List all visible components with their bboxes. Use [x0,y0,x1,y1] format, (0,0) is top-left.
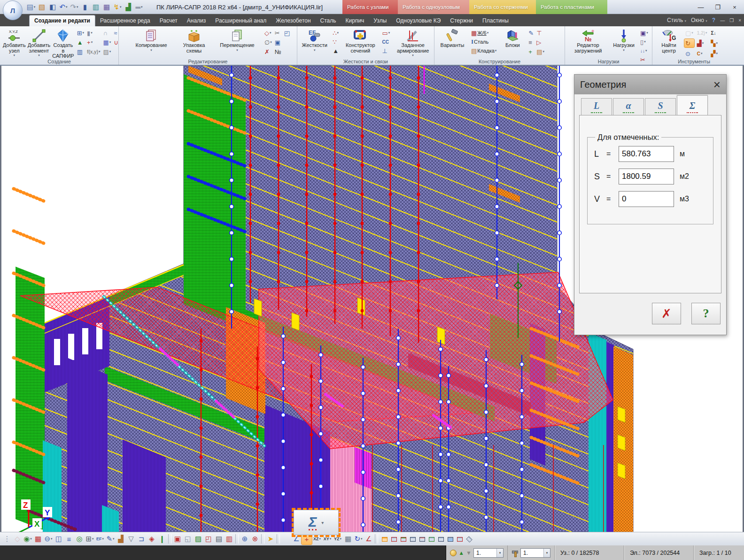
tab-nodes[interactable]: Узлы [369,15,391,26]
tab-reinforced-concrete[interactable]: Железобетон [271,15,315,26]
flashlight-icon[interactable]: ➤ [265,533,276,545]
create-sapfir-button[interactable]: Создать в САПФИР [52,28,74,57]
fragment-grid-icon[interactable]: ▤ [214,533,224,545]
numbering-icon[interactable]: 1.2)▾ [696,29,708,37]
axes-red-icon[interactable]: ∠ [364,533,374,545]
frame-nodes-icon[interactable]: ▦ [33,533,43,545]
frame-rod-icon[interactable]: ⊞▾ [76,29,85,37]
variants-button[interactable]: Варианты [437,28,467,57]
blocks-colors-icon[interactable]: ▞▾ [710,49,719,58]
zoom-frag-icon[interactable]: ◰ [283,29,291,37]
reinforcement-button[interactable]: Заданное армирование▾ [394,28,432,57]
fragment-red-icon[interactable]: ▥ [224,533,234,545]
doc-restore-button[interactable]: ❐ [729,18,734,23]
colors-c-icon[interactable]: C▾ [696,49,708,58]
weight-icon[interactable]: ▯▾ [639,38,649,46]
doc-minimize-button[interactable]: — [720,18,725,23]
ctx-group-nodes[interactable]: Работа с узлами [342,0,398,14]
ctx-group-bars[interactable]: Работа со стержнями [469,0,536,14]
divide-icon[interactable]: ◫ [54,533,64,545]
undo-icon[interactable]: ↶▾ [59,2,68,12]
diagram-3d-icon[interactable]: ▟ [116,533,126,545]
funnel-icon[interactable]: ▽ [126,533,136,545]
tab-brick[interactable]: Кирпич [341,15,369,26]
view-left-button[interactable] [409,534,417,544]
fragment-prev-icon[interactable]: ◰ [203,533,214,545]
sigma-gap[interactable] [281,533,291,545]
add-node-button[interactable]: X,Y,Z Добавить узел▾ [3,28,26,57]
length-input[interactable] [619,146,674,162]
view-iso-button[interactable] [381,534,389,544]
tab-extended-analysis[interactable]: Расширенный анал [210,15,271,26]
stiffness-button[interactable]: EF Жесткости▾ [300,28,329,57]
fragment-cut-icon[interactable]: ▣ [172,533,183,545]
zoom-out-icon[interactable]: ⊗ [250,533,260,545]
ctx-group-single-fe[interactable]: Работа с одноузловым [398,0,469,14]
fragment-restore-icon[interactable]: ▨ [193,533,203,545]
book-icon[interactable]: ▥ [91,2,101,12]
truss-icon[interactable]: ▲ [76,38,85,46]
copy-doc-icon[interactable]: ▦ [102,2,111,12]
tab-calculation[interactable]: Расчет [155,15,182,26]
copy-button[interactable]: Копирование▾ [130,28,172,57]
align-icon[interactable]: ≡ [64,533,74,545]
view-dim-button[interactable] [447,534,455,544]
save-icon[interactable]: ◧ [48,2,57,12]
tab-single-fe[interactable]: Одноузловые КЭ [391,15,445,26]
pile-icon[interactable]: ⊥ [381,46,391,55]
hammer-icon[interactable] [512,550,519,556]
view-front-button[interactable] [400,534,408,544]
renumber-icon[interactable]: № [274,47,282,56]
find-center-button[interactable]: G Найти центр [655,28,682,57]
redo-icon[interactable]: ↷▾ [70,2,79,12]
blocks-button[interactable]: Блоки [500,28,525,57]
cut-icon[interactable]: ✂ [274,29,282,37]
mosaic-icon[interactable]: ▚▾ [710,39,719,47]
up-triangle-icon[interactable]: ▲ [458,550,464,556]
window-menu[interactable]: Окно ▾ [691,17,707,23]
grid-plane-icon[interactable]: ▦ [343,533,353,545]
loads-button[interactable]: Нагрузки▾ [610,28,637,57]
fragment-box-icon[interactable]: ◱ [183,533,193,545]
copy-loads-icon[interactable]: ▣▾ [639,29,649,37]
erase-icon[interactable]: ✗ [264,47,273,56]
fxy-icon[interactable]: f(x,y)▾ [86,47,101,56]
new-file-icon[interactable]: ▤▾ [26,2,36,12]
variant-combo[interactable]: 1.▾ [520,548,550,558]
tab-plates[interactable]: Пластины [478,15,513,26]
rotate-plane-icon[interactable]: ↻ [684,39,694,47]
delete-slash-icon[interactable]: ∅▾ [264,38,273,46]
loadcase-combo[interactable]: 1.▾ [473,548,504,558]
rotate-copy-icon[interactable]: ◇▾ [264,29,273,37]
pen-icon[interactable]: ✎▾ [105,533,116,545]
toolbar-grip[interactable]: ⋮ [2,533,12,545]
money-icon[interactable] [450,550,457,556]
help-button[interactable]: ? [691,303,721,324]
t-section-icon[interactable]: ⊤ [535,29,545,37]
tab-angle[interactable]: α [613,98,644,115]
view-bottom-button[interactable] [437,534,445,544]
p-flag-icon[interactable]: ▷ [535,38,545,46]
mesh-icon[interactable]: ▦▾ [102,38,112,46]
volume-input[interactable] [619,191,674,207]
ctx-group-plates[interactable]: Работа с пластинами [536,0,607,14]
storey-icon[interactable]: ▥ [76,47,85,56]
arrows-plus-icon[interactable]: + [527,47,535,56]
support-icon[interactable]: ▲ [332,46,340,55]
column-icon[interactable]: ▮▾ [86,29,101,37]
grid-icon[interactable]: ⊞▾ [85,533,95,545]
sum-down-icon[interactable]: Σ↓ [710,29,719,37]
open-file-icon[interactable]: ▧ [37,2,46,12]
panel-arrow-icon[interactable]: ▣ [274,38,282,46]
hatch-icon[interactable]: ▨▾ [102,47,112,56]
section-constructor-button[interactable]: Конструктор сечений [342,28,378,57]
view-top-button[interactable] [390,534,398,544]
tab-length[interactable]: L [581,98,612,115]
minimize-button[interactable]: — [696,4,705,11]
select-polygon-icon[interactable]: ◇ [12,533,23,545]
style-menu[interactable]: Стиль ▾ [667,17,686,23]
ef-icon[interactable]: EF▾ [95,533,105,545]
sum-geometry-tool-button[interactable]: Σ ▾ [294,510,339,535]
tab-area[interactable]: S [645,98,676,115]
close-button[interactable]: × [730,4,739,11]
